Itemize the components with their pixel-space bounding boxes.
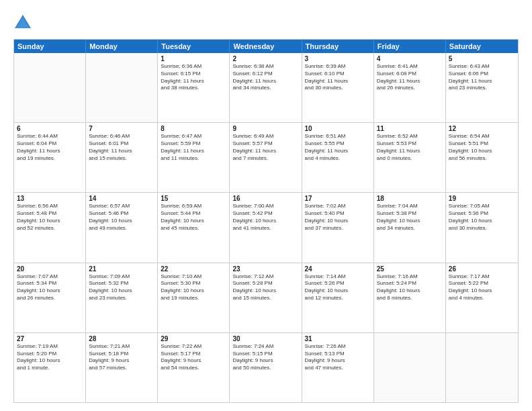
calendar-cell: 12Sunrise: 6:54 AM Sunset: 5:51 PM Dayli… <box>446 123 518 192</box>
cell-day-number: 3 <box>305 55 371 62</box>
header <box>13 11 519 32</box>
calendar-cell: 14Sunrise: 6:57 AM Sunset: 5:46 PM Dayli… <box>86 193 158 262</box>
cell-info-text: Sunrise: 6:47 AM Sunset: 5:59 PM Dayligh… <box>161 133 226 162</box>
calendar-cell: 8Sunrise: 6:47 AM Sunset: 5:59 PM Daylig… <box>158 123 230 192</box>
cell-day-number: 9 <box>232 125 298 132</box>
calendar-cell: 16Sunrise: 7:00 AM Sunset: 5:42 PM Dayli… <box>230 193 302 262</box>
calendar-cell: 10Sunrise: 6:51 AM Sunset: 5:55 PM Dayli… <box>302 123 374 192</box>
calendar-cell: 9Sunrise: 6:49 AM Sunset: 5:57 PM Daylig… <box>230 123 302 192</box>
cell-day-number: 14 <box>89 195 154 202</box>
cell-info-text: Sunrise: 6:46 AM Sunset: 6:01 PM Dayligh… <box>89 133 154 162</box>
cell-info-text: Sunrise: 6:36 AM Sunset: 6:15 PM Dayligh… <box>161 63 226 92</box>
cell-info-text: Sunrise: 6:39 AM Sunset: 6:10 PM Dayligh… <box>305 63 371 92</box>
cell-day-number: 24 <box>305 265 371 273</box>
cell-day-number: 15 <box>161 195 226 202</box>
cell-day-number: 19 <box>449 195 515 202</box>
cell-info-text: Sunrise: 7:26 AM Sunset: 5:13 PM Dayligh… <box>305 343 371 372</box>
header-day-wednesday: Wednesday <box>230 40 302 53</box>
cell-info-text: Sunrise: 6:43 AM Sunset: 6:06 PM Dayligh… <box>449 63 515 92</box>
calendar-cell: 7Sunrise: 6:46 AM Sunset: 6:01 PM Daylig… <box>86 123 158 192</box>
cell-info-text: Sunrise: 7:16 AM Sunset: 5:24 PM Dayligh… <box>377 273 443 302</box>
calendar-cell <box>446 333 518 402</box>
cell-day-number: 6 <box>17 125 83 132</box>
calendar-cell: 24Sunrise: 7:14 AM Sunset: 5:26 PM Dayli… <box>302 263 374 332</box>
calendar-body: 1Sunrise: 6:36 AM Sunset: 6:15 PM Daylig… <box>14 53 518 402</box>
calendar-row-4: 27Sunrise: 7:19 AM Sunset: 5:20 PM Dayli… <box>14 332 518 402</box>
calendar-cell: 31Sunrise: 7:26 AM Sunset: 5:13 PM Dayli… <box>302 333 374 402</box>
cell-info-text: Sunrise: 7:21 AM Sunset: 5:18 PM Dayligh… <box>89 343 154 372</box>
cell-day-number: 11 <box>377 125 443 132</box>
cell-info-text: Sunrise: 6:44 AM Sunset: 6:04 PM Dayligh… <box>17 133 83 162</box>
header-day-friday: Friday <box>374 40 446 53</box>
cell-day-number: 20 <box>17 265 83 273</box>
cell-info-text: Sunrise: 7:04 AM Sunset: 5:38 PM Dayligh… <box>377 203 443 232</box>
calendar-cell: 25Sunrise: 7:16 AM Sunset: 5:24 PM Dayli… <box>374 263 446 332</box>
cell-day-number: 4 <box>377 55 443 62</box>
cell-info-text: Sunrise: 7:09 AM Sunset: 5:32 PM Dayligh… <box>89 273 154 302</box>
cell-day-number: 31 <box>305 335 371 342</box>
calendar-cell: 1Sunrise: 6:36 AM Sunset: 6:15 PM Daylig… <box>158 53 230 122</box>
cell-day-number: 10 <box>305 125 371 132</box>
cell-day-number: 7 <box>89 125 154 132</box>
cell-info-text: Sunrise: 6:59 AM Sunset: 5:44 PM Dayligh… <box>161 203 226 232</box>
calendar-cell: 27Sunrise: 7:19 AM Sunset: 5:20 PM Dayli… <box>14 333 86 402</box>
calendar-cell: 23Sunrise: 7:12 AM Sunset: 5:28 PM Dayli… <box>230 263 302 332</box>
calendar-cell: 21Sunrise: 7:09 AM Sunset: 5:32 PM Dayli… <box>86 263 158 332</box>
calendar-cell: 20Sunrise: 7:07 AM Sunset: 5:34 PM Dayli… <box>14 263 86 332</box>
calendar-cell: 29Sunrise: 7:22 AM Sunset: 5:17 PM Dayli… <box>158 333 230 402</box>
header-day-thursday: Thursday <box>302 40 374 53</box>
calendar-row-3: 20Sunrise: 7:07 AM Sunset: 5:34 PM Dayli… <box>14 263 518 332</box>
cell-info-text: Sunrise: 6:52 AM Sunset: 5:53 PM Dayligh… <box>377 133 443 162</box>
calendar-header: SundayMondayTuesdayWednesdayThursdayFrid… <box>14 40 518 53</box>
calendar-cell: 28Sunrise: 7:21 AM Sunset: 5:18 PM Dayli… <box>86 333 158 402</box>
cell-day-number: 2 <box>232 55 298 62</box>
calendar-cell <box>86 53 158 122</box>
cell-day-number: 25 <box>377 265 443 273</box>
cell-info-text: Sunrise: 6:41 AM Sunset: 6:08 PM Dayligh… <box>377 63 443 92</box>
cell-day-number: 26 <box>449 265 515 273</box>
cell-info-text: Sunrise: 7:00 AM Sunset: 5:42 PM Dayligh… <box>232 203 298 232</box>
cell-info-text: Sunrise: 7:12 AM Sunset: 5:28 PM Dayligh… <box>232 273 298 302</box>
cell-day-number: 16 <box>232 195 298 202</box>
cell-day-number: 21 <box>89 265 154 273</box>
cell-info-text: Sunrise: 7:10 AM Sunset: 5:30 PM Dayligh… <box>161 273 226 302</box>
cell-info-text: Sunrise: 7:14 AM Sunset: 5:26 PM Dayligh… <box>305 273 371 302</box>
cell-day-number: 28 <box>89 335 154 342</box>
header-day-saturday: Saturday <box>446 40 518 53</box>
cell-day-number: 22 <box>161 265 226 273</box>
calendar-cell: 15Sunrise: 6:59 AM Sunset: 5:44 PM Dayli… <box>158 193 230 262</box>
cell-info-text: Sunrise: 7:05 AM Sunset: 5:36 PM Dayligh… <box>449 203 515 232</box>
cell-info-text: Sunrise: 7:17 AM Sunset: 5:22 PM Dayligh… <box>449 273 515 302</box>
header-day-tuesday: Tuesday <box>158 40 230 53</box>
cell-day-number: 13 <box>17 195 83 202</box>
cell-info-text: Sunrise: 6:38 AM Sunset: 6:12 PM Dayligh… <box>232 63 298 92</box>
calendar-row-1: 6Sunrise: 6:44 AM Sunset: 6:04 PM Daylig… <box>14 122 518 192</box>
cell-info-text: Sunrise: 7:19 AM Sunset: 5:20 PM Dayligh… <box>17 343 83 372</box>
page: SundayMondayTuesdayWednesdayThursdayFrid… <box>0 0 532 411</box>
cell-day-number: 23 <box>232 265 298 273</box>
cell-day-number: 30 <box>232 335 298 342</box>
calendar-row-0: 1Sunrise: 6:36 AM Sunset: 6:15 PM Daylig… <box>14 53 518 122</box>
cell-info-text: Sunrise: 7:07 AM Sunset: 5:34 PM Dayligh… <box>17 273 83 302</box>
cell-day-number: 12 <box>449 125 515 132</box>
calendar-cell: 17Sunrise: 7:02 AM Sunset: 5:40 PM Dayli… <box>302 193 374 262</box>
logo <box>13 13 35 32</box>
cell-info-text: Sunrise: 6:51 AM Sunset: 5:55 PM Dayligh… <box>305 133 371 162</box>
cell-day-number: 29 <box>161 335 226 342</box>
calendar-cell: 3Sunrise: 6:39 AM Sunset: 6:10 PM Daylig… <box>302 53 374 122</box>
calendar-cell: 30Sunrise: 7:24 AM Sunset: 5:15 PM Dayli… <box>230 333 302 402</box>
cell-day-number: 18 <box>377 195 443 202</box>
calendar-cell: 19Sunrise: 7:05 AM Sunset: 5:36 PM Dayli… <box>446 193 518 262</box>
cell-day-number: 8 <box>161 125 226 132</box>
calendar-cell: 22Sunrise: 7:10 AM Sunset: 5:30 PM Dayli… <box>158 263 230 332</box>
cell-day-number: 17 <box>305 195 371 202</box>
cell-day-number: 27 <box>17 335 83 342</box>
logo-icon <box>13 13 32 32</box>
calendar-cell: 18Sunrise: 7:04 AM Sunset: 5:38 PM Dayli… <box>374 193 446 262</box>
calendar-cell <box>14 53 86 122</box>
cell-info-text: Sunrise: 7:02 AM Sunset: 5:40 PM Dayligh… <box>305 203 371 232</box>
cell-info-text: Sunrise: 6:49 AM Sunset: 5:57 PM Dayligh… <box>232 133 298 162</box>
calendar-cell: 11Sunrise: 6:52 AM Sunset: 5:53 PM Dayli… <box>374 123 446 192</box>
calendar-cell: 26Sunrise: 7:17 AM Sunset: 5:22 PM Dayli… <box>446 263 518 332</box>
calendar-row-2: 13Sunrise: 6:56 AM Sunset: 5:48 PM Dayli… <box>14 192 518 262</box>
